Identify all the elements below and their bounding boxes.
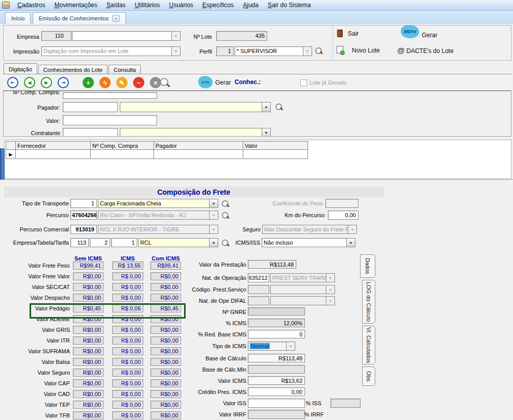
valor-despacho-icms-field[interactable]: R$ 0,00 bbox=[112, 294, 143, 302]
column-header-pagador[interactable]: Pagador bbox=[153, 141, 243, 150]
valor-pedagio-com-icms-field[interactable]: R$0,45 bbox=[150, 304, 181, 312]
valor-cap-sem-icms-field[interactable]: R$0,00 bbox=[73, 379, 104, 387]
credito-field[interactable]: 0,00 bbox=[248, 387, 305, 396]
percurso-search-icon[interactable] bbox=[221, 212, 229, 220]
perfil-num-field[interactable]: 1 bbox=[216, 46, 234, 56]
percurso-comercial-code-input[interactable]: 913019 bbox=[70, 225, 97, 234]
valor-tep-icms-field[interactable]: R$ 0,00 bbox=[112, 401, 143, 409]
percurso-combo[interactable]: Rio Claro - SP/Volta Redonda - RJ bbox=[98, 211, 218, 220]
empresa-combo[interactable] bbox=[72, 31, 181, 41]
valor-tfb-sem-icms-field[interactable]: R$0,00 bbox=[73, 411, 104, 419]
tipo-transporte-code-input[interactable]: 1 bbox=[70, 199, 97, 208]
valor-iss-field[interactable] bbox=[248, 399, 305, 408]
valor-tep-sem-icms-field[interactable]: R$0,00 bbox=[73, 401, 104, 409]
close-tab-icon[interactable]: × bbox=[112, 15, 120, 22]
p-icms-field[interactable]: 12,00% bbox=[248, 319, 305, 327]
valor-tfb-com-icms-field[interactable]: R$0,00 bbox=[150, 411, 181, 419]
valor-balsa-com-icms-field[interactable]: R$0,00 bbox=[150, 358, 181, 366]
valor-despacho-com-icms-field[interactable]: R$0,00 bbox=[150, 294, 181, 302]
column-header-valor[interactable]: Valor bbox=[243, 141, 308, 150]
valor-despacho-sem-icms-field[interactable]: R$0,00 bbox=[73, 294, 104, 302]
tarifa-tabela-input[interactable]: 2 bbox=[90, 238, 110, 247]
tab-digitacao[interactable]: Digitação bbox=[4, 63, 37, 74]
column-header-n-comp-compra[interactable]: Nº Comp. Compra bbox=[90, 141, 154, 150]
tab-inicio[interactable]: Início bbox=[5, 12, 31, 24]
valor-icms-field[interactable]: R$13,62 bbox=[248, 376, 305, 385]
valor-ademe-com-icms-field[interactable]: R$0,00 bbox=[150, 315, 181, 323]
valor-pedagio-icms-field[interactable]: R$ 0,06 bbox=[112, 304, 143, 312]
valor-gris-com-icms-field[interactable]: R$0,00 bbox=[150, 326, 181, 334]
menu-item-sair-do-sistema[interactable]: Sair do Sistema bbox=[263, 1, 316, 10]
column-header-fornecedor[interactable]: Fornecedor bbox=[15, 141, 91, 150]
seguro-combo[interactable]: Não Descontar Seguro do Frete P bbox=[262, 225, 357, 234]
lote-ja-gerado-checkbox[interactable] bbox=[300, 80, 307, 86]
gnre-field[interactable] bbox=[248, 307, 305, 316]
valor-seguro-sem-icms-field[interactable]: R$0,00 bbox=[73, 369, 104, 377]
novo-lote-button[interactable]: Novo Lote bbox=[352, 47, 380, 54]
nat-operacao-code-field[interactable]: 635212 bbox=[248, 273, 269, 282]
valor-cad-com-icms-field[interactable]: R$0,00 bbox=[150, 390, 181, 398]
menu-item-movimentacoes[interactable]: Movimentações bbox=[50, 1, 102, 10]
gerar-mdfe-button[interactable]: Gerar bbox=[422, 32, 438, 39]
tab-emissao-de-conhecimentos[interactable]: Emissão de Conhecimentos × bbox=[33, 12, 126, 24]
tab-conhecimentos-do-lote[interactable]: Conhecimentos do Lote bbox=[38, 65, 108, 74]
nat-difal-code-field[interactable] bbox=[248, 296, 269, 305]
valor-frete-valor-com-icms-field[interactable]: R$0,00 bbox=[150, 272, 181, 280]
valor-frete-peso-icms-field[interactable]: R$ 13,55 bbox=[112, 261, 143, 270]
valor-tep-com-icms-field[interactable]: R$0,00 bbox=[150, 401, 181, 409]
valor-itr-com-icms-field[interactable]: R$0,00 bbox=[150, 336, 181, 345]
coeficiente-field[interactable] bbox=[325, 199, 358, 208]
valor-gris-icms-field[interactable]: R$ 0,00 bbox=[112, 326, 143, 334]
valor-suframa-com-icms-field[interactable]: R$0,00 bbox=[150, 347, 181, 355]
tab-consulta[interactable]: Consulta bbox=[109, 65, 141, 74]
flash-button[interactable]: ϟ bbox=[99, 77, 111, 88]
app-icon[interactable] bbox=[2, 2, 10, 9]
tarifa-combo[interactable]: RCL bbox=[138, 238, 218, 247]
valor-frete-valor-icms-field[interactable]: R$ 0,00 bbox=[112, 272, 143, 280]
grid-data-row[interactable]: ▶ bbox=[6, 149, 308, 159]
nat-difal-combo[interactable] bbox=[270, 296, 335, 305]
icms-iss-combo[interactable]: Não incluso bbox=[262, 238, 355, 247]
valor-input[interactable] bbox=[63, 115, 157, 125]
valor-frete-valor-sem-icms-field[interactable]: R$0,00 bbox=[73, 272, 104, 280]
valor-gris-sem-icms-field[interactable]: R$0,00 bbox=[73, 326, 104, 334]
valor-tfb-icms-field[interactable]: R$ 0,00 bbox=[112, 411, 143, 419]
perfil-search-icon[interactable] bbox=[315, 47, 323, 55]
valor-itr-icms-field[interactable]: R$ 0,00 bbox=[112, 336, 143, 345]
valor-frete-peso-com-icms-field[interactable]: R$99,41 bbox=[150, 261, 181, 270]
valor-pedagio-sem-icms-field[interactable]: R$0,45 bbox=[73, 304, 104, 312]
nat-operacao-combo[interactable]: PREST SERV TRANSI bbox=[270, 273, 335, 282]
side-tab-obs[interactable]: Obs bbox=[362, 366, 375, 386]
cod-prest-code-field[interactable] bbox=[248, 285, 269, 294]
valor-sec-cat-com-icms-field[interactable]: R$0,00 bbox=[150, 283, 181, 291]
tipo-transporte-combo[interactable]: Carga Fracionada Cheia bbox=[98, 199, 218, 208]
side-tab-vl-calculados[interactable]: Vl. Calculados bbox=[362, 326, 375, 364]
percurso-comercial-combo[interactable]: RCL X RJO INTERIOR - TIGRE bbox=[98, 225, 218, 234]
valor-cap-com-icms-field[interactable]: R$0,00 bbox=[150, 379, 181, 387]
nav-next-button[interactable]: ▶ bbox=[41, 77, 52, 88]
side-tab-log-do-calculo[interactable]: LOG do Cálculo bbox=[362, 280, 375, 324]
tarifa-search-icon[interactable] bbox=[221, 239, 229, 247]
edit-button[interactable]: ✎ bbox=[116, 77, 127, 88]
menu-item-utilitarios[interactable]: Utilitários bbox=[130, 1, 164, 10]
percurso-code-input[interactable]: 47604266 bbox=[70, 211, 97, 220]
valor-suframa-icms-field[interactable]: R$ 0,00 bbox=[112, 347, 143, 355]
tipo-transporte-search-icon[interactable] bbox=[221, 200, 229, 208]
pagador-search-icon[interactable] bbox=[275, 103, 283, 111]
valor-balsa-icms-field[interactable]: R$ 0,00 bbox=[112, 358, 143, 366]
km-percurso-field[interactable]: 0,00 bbox=[328, 211, 358, 220]
grid-cell[interactable] bbox=[153, 149, 243, 159]
perfil-combo[interactable]: * SUPERVISOR bbox=[235, 46, 312, 56]
search-icon[interactable] bbox=[159, 77, 170, 89]
nav-first-button[interactable]: ⇤ bbox=[7, 77, 18, 88]
dacte-do-lote-button[interactable]: DACTE's do Lote bbox=[406, 47, 453, 55]
side-tab-dados[interactable]: Dados bbox=[360, 254, 375, 278]
impressao-combo[interactable]: Digitação com Impressão em Lote bbox=[41, 46, 181, 56]
contratante-combo[interactable] bbox=[120, 128, 271, 137]
valor-ademe-icms-field[interactable]: R$ 0,00 bbox=[112, 315, 143, 323]
valor-sec-cat-sem-icms-field[interactable]: R$0,00 bbox=[73, 283, 104, 291]
nav-prev-button[interactable]: ◀ bbox=[24, 77, 35, 88]
base-calc-min-field[interactable] bbox=[248, 365, 305, 374]
delete-button[interactable]: − bbox=[133, 77, 144, 88]
gerar-cte-button[interactable]: Gerar bbox=[215, 79, 231, 86]
